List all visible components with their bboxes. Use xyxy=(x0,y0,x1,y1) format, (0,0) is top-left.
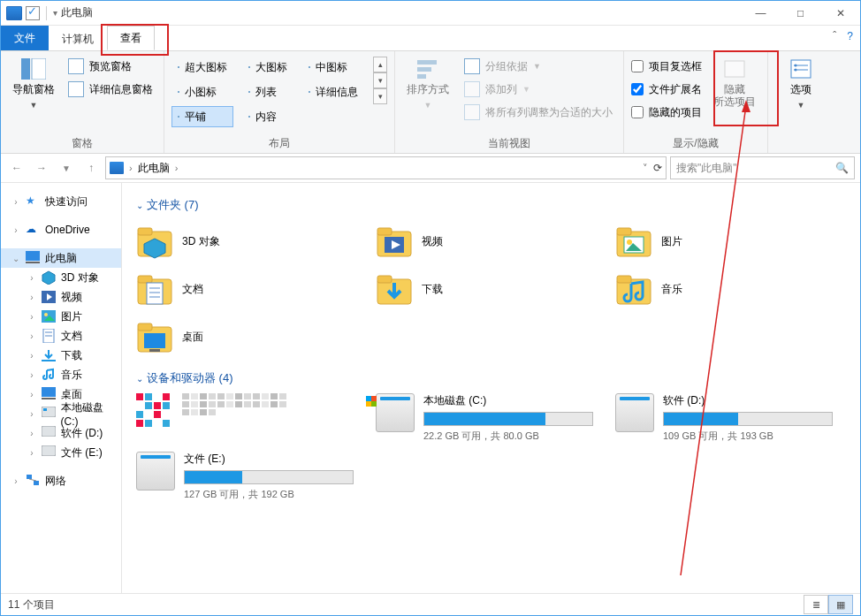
search-icon[interactable]: 🔍 xyxy=(835,162,849,174)
tree-onedrive[interactable]: ›☁OneDrive xyxy=(1,220,121,240)
expand-icon[interactable]: › xyxy=(27,312,36,322)
tree-child[interactable]: ›视频 xyxy=(1,287,121,307)
close-button[interactable]: ✕ xyxy=(820,1,860,25)
address-segment[interactable]: 此电脑 xyxy=(138,161,170,176)
folder-tile[interactable]: 3D 对象 xyxy=(136,220,367,262)
expand-icon[interactable]: › xyxy=(27,448,36,458)
search-box[interactable]: 搜索"此电脑" 🔍 xyxy=(670,156,855,179)
layout-xl[interactable]: 超大图标 xyxy=(171,57,233,78)
groupby-button[interactable]: 分组依据▼ xyxy=(461,57,616,76)
expand-icon[interactable]: › xyxy=(27,429,36,438)
forward-button[interactable]: → xyxy=(31,157,52,179)
tree-label: 文档 xyxy=(61,329,82,344)
folder-tile[interactable]: 视频 xyxy=(376,220,606,262)
address-history-icon[interactable]: ˅ xyxy=(643,163,648,174)
expand-icon[interactable]: › xyxy=(11,225,20,235)
expand-icon[interactable]: › xyxy=(27,390,36,399)
scroll-up-icon[interactable]: ▴ xyxy=(373,57,387,72)
tree-quickaccess[interactable]: ›★快速访问 xyxy=(1,192,121,211)
layout-details[interactable]: 详细信息 xyxy=(302,81,364,103)
collapse-icon[interactable]: ⌄ xyxy=(136,374,143,384)
expand-icon[interactable]: › xyxy=(27,331,36,341)
checkbox-icon[interactable] xyxy=(631,106,644,118)
hide-selected-button: 隐藏 所选项目 xyxy=(709,55,760,108)
tab-view[interactable]: 查看 xyxy=(107,26,155,50)
folder-tile[interactable]: 下载 xyxy=(376,268,606,310)
section-devices[interactable]: ⌄设备和驱动器 (4) xyxy=(136,370,846,386)
qat-properties-icon[interactable] xyxy=(26,6,40,20)
folder-icon xyxy=(376,270,413,308)
tree-child[interactable]: ›文件 (E:) xyxy=(1,443,121,462)
tree-child[interactable]: ›本地磁盘 (C:) xyxy=(1,404,121,423)
view-tiles-button[interactable]: ▦ xyxy=(828,595,853,614)
tab-computer[interactable]: 计算机 xyxy=(49,27,107,50)
folder-tile[interactable]: 图片 xyxy=(615,220,846,262)
collapse-icon[interactable]: ⌄ xyxy=(11,254,20,263)
recent-locations-button[interactable]: ▼ xyxy=(56,157,77,179)
scroll-more-icon[interactable]: ▾ xyxy=(373,88,387,104)
layout-lg[interactable]: 大图标 xyxy=(242,57,293,78)
preview-pane-button[interactable]: 预览窗格 xyxy=(65,57,156,76)
tree-child[interactable]: ›音乐 xyxy=(1,365,121,384)
back-button[interactable]: ← xyxy=(6,157,27,179)
view-details-button[interactable]: ≣ xyxy=(804,595,828,614)
tab-file[interactable]: 文件 xyxy=(1,26,49,50)
layout-tile[interactable]: 平铺 xyxy=(171,106,233,127)
details-pane-button[interactable]: 详细信息窗格 xyxy=(65,80,156,99)
check-ext[interactable]: 文件扩展名 xyxy=(631,80,702,99)
tree-child[interactable]: ›文档 xyxy=(1,326,121,346)
drive-tile[interactable]: 本地磁盘 (C:)22.2 GB 可用，共 80.0 GB xyxy=(376,393,606,446)
det-icon xyxy=(309,91,310,93)
tree-child[interactable]: ›下载 xyxy=(1,346,121,365)
scroll-down-icon[interactable]: ▾ xyxy=(373,72,387,88)
ribbon-collapse-icon[interactable]: ˆ xyxy=(833,30,836,42)
layout-list[interactable]: 列表 xyxy=(242,81,293,103)
expand-icon[interactable]: › xyxy=(27,370,36,380)
up-button[interactable]: ↑ xyxy=(80,157,102,179)
drive-tile[interactable] xyxy=(136,393,367,446)
tree-label: 视频 xyxy=(61,290,82,305)
tree-label: 软件 (D:) xyxy=(61,426,103,441)
layout-md[interactable]: 中图标 xyxy=(302,57,364,78)
options-button[interactable]: 选项 ▼ xyxy=(775,55,827,111)
layout-scroll[interactable]: ▴ ▾ ▾ xyxy=(373,55,387,127)
expand-icon[interactable]: › xyxy=(11,476,20,486)
folder-tile[interactable]: 桌面 xyxy=(136,316,367,358)
chevron-right-icon[interactable]: › xyxy=(175,163,179,173)
section-folders[interactable]: ⌄文件夹 (7) xyxy=(136,197,846,213)
check-itemcheckbox[interactable]: 项目复选框 xyxy=(631,57,702,76)
details-pane-label: 详细信息窗格 xyxy=(89,82,153,97)
expand-icon[interactable]: › xyxy=(27,293,36,302)
layout-content[interactable]: 内容 xyxy=(242,106,293,127)
refresh-button[interactable]: ⟳ xyxy=(653,162,662,174)
folder-tile[interactable]: 音乐 xyxy=(615,268,846,310)
tree-thispc[interactable]: ⌄此电脑 xyxy=(1,248,121,268)
nav-pane-button[interactable]: 导航窗格 ▼ xyxy=(8,55,59,111)
checkbox-icon[interactable] xyxy=(631,60,644,72)
tree-network[interactable]: ›网络 xyxy=(1,471,121,491)
qat-customize-icon[interactable]: ▾ xyxy=(53,8,57,18)
address-bar[interactable]: › 此电脑 › ˅ ⟳ xyxy=(105,156,667,179)
checkbox-icon[interactable] xyxy=(631,83,644,95)
layout-sm[interactable]: 小图标 xyxy=(171,81,233,103)
expand-icon[interactable]: › xyxy=(11,197,20,207)
drive-tile[interactable]: 软件 (D:)109 GB 可用，共 193 GB xyxy=(615,393,846,446)
collapse-icon[interactable]: ⌄ xyxy=(136,201,143,210)
expand-icon[interactable]: › xyxy=(27,273,36,283)
drive-tile[interactable]: 文件 (E:)127 GB 可用，共 192 GB xyxy=(136,452,367,505)
content-pane[interactable]: ⌄文件夹 (7) 3D 对象视频图片文档下载音乐桌面 ⌄设备和驱动器 (4) 本… xyxy=(122,183,860,593)
tree-child[interactable]: ›图片 xyxy=(1,307,121,326)
tree-child[interactable]: ›3D 对象 xyxy=(1,268,121,287)
drive-name: 本地磁盘 (C:) xyxy=(423,393,606,408)
check-hidden[interactable]: 隐藏的项目 xyxy=(631,103,702,122)
expand-icon[interactable]: › xyxy=(27,351,36,361)
chevron-right-icon[interactable]: › xyxy=(129,163,133,173)
sort-icon xyxy=(415,58,440,80)
minimize-button[interactable]: — xyxy=(741,1,781,25)
maximize-button[interactable]: □ xyxy=(781,1,820,25)
sort-button[interactable]: 排序方式 ▼ xyxy=(402,55,453,111)
help-icon[interactable]: ? xyxy=(847,30,853,42)
folder-tile[interactable]: 文档 xyxy=(136,268,367,310)
expand-icon[interactable]: › xyxy=(27,409,36,419)
nav-tree[interactable]: ›★快速访问 ›☁OneDrive ⌄此电脑 ›3D 对象›视频›图片›文档›下… xyxy=(1,183,122,593)
